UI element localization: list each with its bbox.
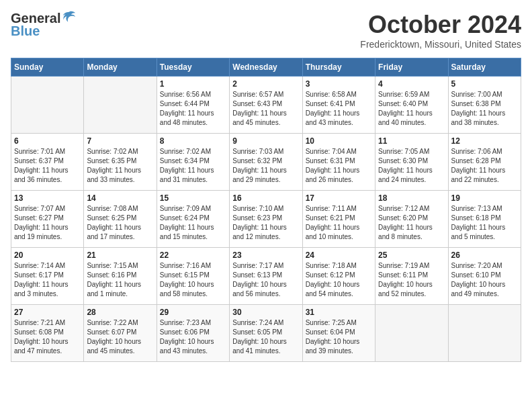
calendar-cell: 12Sunrise: 7:06 AM Sunset: 6:28 PM Dayli… <box>448 134 521 191</box>
calendar-cell: 10Sunrise: 7:04 AM Sunset: 6:31 PM Dayli… <box>302 134 375 191</box>
day-info: Sunrise: 6:59 AM Sunset: 6:40 PM Dayligh… <box>378 90 445 128</box>
title-block: October 2024 Fredericktown, Missouri, Un… <box>360 11 521 50</box>
calendar-cell: 17Sunrise: 7:11 AM Sunset: 6:21 PM Dayli… <box>302 191 375 248</box>
calendar-cell: 3Sunrise: 6:58 AM Sunset: 6:41 PM Daylig… <box>302 77 375 134</box>
day-number: 23 <box>232 250 299 260</box>
calendar-cell: 24Sunrise: 7:18 AM Sunset: 6:12 PM Dayli… <box>302 248 375 305</box>
day-info: Sunrise: 7:18 AM Sunset: 6:12 PM Dayligh… <box>306 261 372 299</box>
day-info: Sunrise: 7:09 AM Sunset: 6:24 PM Dayligh… <box>160 204 226 242</box>
day-number: 9 <box>232 136 299 146</box>
day-number: 17 <box>306 193 372 203</box>
calendar-cell: 11Sunrise: 7:05 AM Sunset: 6:30 PM Dayli… <box>375 134 448 191</box>
calendar-header-saturday: Saturday <box>448 58 521 77</box>
calendar-cell: 29Sunrise: 7:23 AM Sunset: 6:06 PM Dayli… <box>157 305 229 362</box>
calendar-cell <box>448 305 521 362</box>
logo-blue-text: Blue <box>11 24 40 39</box>
day-number: 24 <box>306 250 372 260</box>
day-info: Sunrise: 7:00 AM Sunset: 6:38 PM Dayligh… <box>451 90 518 128</box>
day-number: 11 <box>378 136 445 146</box>
day-number: 7 <box>87 136 153 146</box>
day-number: 27 <box>14 308 81 317</box>
calendar-cell <box>84 77 157 134</box>
calendar-cell: 23Sunrise: 7:17 AM Sunset: 6:13 PM Dayli… <box>230 248 302 305</box>
calendar-cell: 14Sunrise: 7:08 AM Sunset: 6:25 PM Dayli… <box>84 191 157 248</box>
calendar-header-sunday: Sunday <box>11 58 84 77</box>
calendar-cell: 28Sunrise: 7:22 AM Sunset: 6:07 PM Dayli… <box>84 305 157 362</box>
calendar-cell: 20Sunrise: 7:14 AM Sunset: 6:17 PM Dayli… <box>11 248 84 305</box>
logo: General Blue <box>11 11 77 39</box>
calendar-table: SundayMondayTuesdayWednesdayThursdayFrid… <box>11 58 521 362</box>
day-number: 10 <box>306 136 372 146</box>
calendar-cell: 15Sunrise: 7:09 AM Sunset: 6:24 PM Dayli… <box>157 191 229 248</box>
calendar-cell: 30Sunrise: 7:24 AM Sunset: 6:05 PM Dayli… <box>230 305 302 362</box>
day-info: Sunrise: 7:08 AM Sunset: 6:25 PM Dayligh… <box>87 204 153 242</box>
day-info: Sunrise: 7:16 AM Sunset: 6:15 PM Dayligh… <box>160 261 226 299</box>
day-number: 31 <box>306 308 372 317</box>
day-info: Sunrise: 7:21 AM Sunset: 6:08 PM Dayligh… <box>14 318 81 356</box>
day-info: Sunrise: 7:02 AM Sunset: 6:35 PM Dayligh… <box>87 147 153 185</box>
calendar-cell <box>375 305 448 362</box>
day-number: 25 <box>378 250 445 260</box>
day-number: 26 <box>451 250 518 260</box>
page-header: General Blue October 2024 Fredericktown,… <box>11 11 521 50</box>
day-info: Sunrise: 7:24 AM Sunset: 6:05 PM Dayligh… <box>232 318 299 356</box>
day-number: 28 <box>87 308 153 317</box>
calendar-week-2: 6Sunrise: 7:01 AM Sunset: 6:37 PM Daylig… <box>11 134 521 191</box>
calendar-cell: 22Sunrise: 7:16 AM Sunset: 6:15 PM Dayli… <box>157 248 229 305</box>
location: Fredericktown, Missouri, United States <box>360 39 521 50</box>
calendar-cell: 2Sunrise: 6:57 AM Sunset: 6:43 PM Daylig… <box>230 77 302 134</box>
day-number: 14 <box>87 193 153 203</box>
day-number: 30 <box>232 308 299 317</box>
day-number: 3 <box>306 79 372 89</box>
day-info: Sunrise: 7:01 AM Sunset: 6:37 PM Dayligh… <box>14 147 81 185</box>
day-number: 16 <box>232 193 299 203</box>
calendar-cell: 1Sunrise: 6:56 AM Sunset: 6:44 PM Daylig… <box>157 77 229 134</box>
day-info: Sunrise: 7:11 AM Sunset: 6:21 PM Dayligh… <box>306 204 372 242</box>
day-info: Sunrise: 7:20 AM Sunset: 6:10 PM Dayligh… <box>451 261 518 299</box>
calendar-week-5: 27Sunrise: 7:21 AM Sunset: 6:08 PM Dayli… <box>11 305 521 362</box>
logo-bird-icon <box>62 10 77 25</box>
day-info: Sunrise: 7:10 AM Sunset: 6:23 PM Dayligh… <box>232 204 299 242</box>
day-number: 12 <box>451 136 518 146</box>
calendar-header-thursday: Thursday <box>302 58 375 77</box>
day-number: 2 <box>232 79 299 89</box>
day-info: Sunrise: 7:22 AM Sunset: 6:07 PM Dayligh… <box>87 318 153 356</box>
calendar-cell: 16Sunrise: 7:10 AM Sunset: 6:23 PM Dayli… <box>230 191 302 248</box>
calendar-cell: 25Sunrise: 7:19 AM Sunset: 6:11 PM Dayli… <box>375 248 448 305</box>
day-number: 6 <box>14 136 81 146</box>
calendar-header-row: SundayMondayTuesdayWednesdayThursdayFrid… <box>11 58 521 77</box>
day-info: Sunrise: 7:03 AM Sunset: 6:32 PM Dayligh… <box>232 147 299 185</box>
day-info: Sunrise: 7:05 AM Sunset: 6:30 PM Dayligh… <box>378 147 445 185</box>
day-info: Sunrise: 7:12 AM Sunset: 6:20 PM Dayligh… <box>378 204 445 242</box>
calendar-header-monday: Monday <box>84 58 157 77</box>
calendar-cell: 31Sunrise: 7:25 AM Sunset: 6:04 PM Dayli… <box>302 305 375 362</box>
day-info: Sunrise: 7:17 AM Sunset: 6:13 PM Dayligh… <box>232 261 299 299</box>
calendar-cell: 21Sunrise: 7:15 AM Sunset: 6:16 PM Dayli… <box>84 248 157 305</box>
calendar-header-tuesday: Tuesday <box>157 58 229 77</box>
calendar-cell: 13Sunrise: 7:07 AM Sunset: 6:27 PM Dayli… <box>11 191 84 248</box>
calendar-cell: 26Sunrise: 7:20 AM Sunset: 6:10 PM Dayli… <box>448 248 521 305</box>
day-number: 15 <box>160 193 226 203</box>
day-number: 8 <box>160 136 226 146</box>
day-info: Sunrise: 7:25 AM Sunset: 6:04 PM Dayligh… <box>306 318 372 356</box>
day-info: Sunrise: 7:15 AM Sunset: 6:16 PM Dayligh… <box>87 261 153 299</box>
day-info: Sunrise: 7:07 AM Sunset: 6:27 PM Dayligh… <box>14 204 81 242</box>
calendar-cell: 18Sunrise: 7:12 AM Sunset: 6:20 PM Dayli… <box>375 191 448 248</box>
day-number: 18 <box>378 193 445 203</box>
day-number: 19 <box>451 193 518 203</box>
calendar-cell: 6Sunrise: 7:01 AM Sunset: 6:37 PM Daylig… <box>11 134 84 191</box>
calendar-cell: 27Sunrise: 7:21 AM Sunset: 6:08 PM Dayli… <box>11 305 84 362</box>
calendar-week-1: 1Sunrise: 6:56 AM Sunset: 6:44 PM Daylig… <box>11 77 521 134</box>
calendar-cell <box>11 77 84 134</box>
calendar-header-friday: Friday <box>375 58 448 77</box>
day-number: 13 <box>14 193 81 203</box>
day-info: Sunrise: 6:57 AM Sunset: 6:43 PM Dayligh… <box>232 90 299 128</box>
day-info: Sunrise: 6:58 AM Sunset: 6:41 PM Dayligh… <box>306 90 372 128</box>
day-info: Sunrise: 7:06 AM Sunset: 6:28 PM Dayligh… <box>451 147 518 185</box>
day-number: 1 <box>160 79 226 89</box>
calendar-cell: 9Sunrise: 7:03 AM Sunset: 6:32 PM Daylig… <box>230 134 302 191</box>
day-number: 20 <box>14 250 81 260</box>
day-info: Sunrise: 6:56 AM Sunset: 6:44 PM Dayligh… <box>160 90 226 128</box>
calendar-week-3: 13Sunrise: 7:07 AM Sunset: 6:27 PM Dayli… <box>11 191 521 248</box>
calendar-cell: 8Sunrise: 7:02 AM Sunset: 6:34 PM Daylig… <box>157 134 229 191</box>
